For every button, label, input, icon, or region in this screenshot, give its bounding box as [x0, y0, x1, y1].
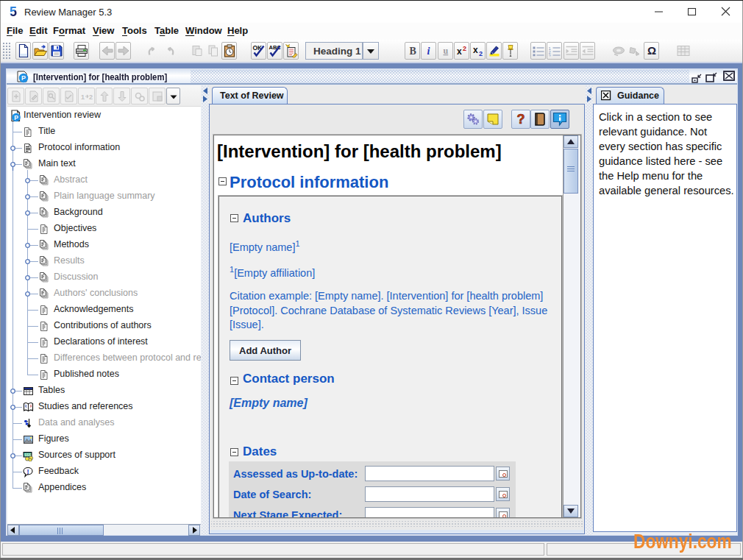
svg-text:x: x [473, 45, 478, 55]
svg-text:P: P [21, 74, 26, 82]
svg-text:x: x [457, 46, 462, 57]
svg-text:2: 2 [479, 50, 483, 57]
svg-text:2: 2 [89, 93, 93, 101]
svg-text:2: 2 [463, 45, 466, 52]
svg-text:B: B [409, 46, 416, 57]
svg-text:u: u [443, 46, 448, 56]
svg-text:1: 1 [81, 93, 85, 101]
svg-text:?: ? [517, 112, 525, 127]
svg-text:3: 3 [548, 54, 551, 57]
svg-text:!: ! [27, 468, 29, 475]
svg-text:Ω: Ω [647, 45, 655, 57]
svg-text:P: P [14, 114, 18, 121]
svg-text:i: i [427, 46, 430, 57]
